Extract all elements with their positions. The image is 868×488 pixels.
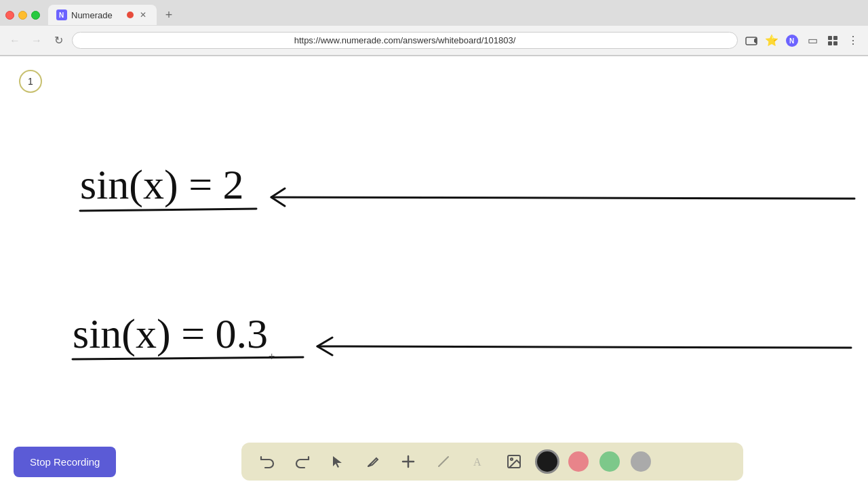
svg-line-12	[271, 197, 854, 199]
camera-icon[interactable]	[743, 33, 760, 49]
back-button[interactable]: ←	[7, 33, 23, 49]
browser-actions: ⭐ N ▭ ⋮	[743, 33, 861, 49]
reload-button[interactable]: ↻	[50, 33, 66, 49]
text-tool-button[interactable]: A	[467, 449, 491, 474]
svg-point-23	[511, 458, 513, 460]
recording-indicator	[127, 12, 134, 18]
svg-text:N: N	[59, 12, 64, 19]
bookmark-icon[interactable]: ⭐	[764, 33, 780, 49]
address-bar: ← → ↻ https://www.numerade.com/answers/w…	[0, 26, 868, 56]
color-gray[interactable]	[631, 451, 651, 472]
color-green[interactable]	[599, 451, 620, 472]
svg-text:A: A	[473, 456, 481, 468]
numerade-extension-icon[interactable]: N	[784, 33, 800, 49]
eraser-button[interactable]	[431, 449, 456, 474]
undo-button[interactable]	[255, 449, 279, 474]
menu-icon[interactable]: ⋮	[845, 33, 861, 49]
tab-title: Numerade	[71, 10, 113, 20]
stop-recording-button[interactable]: Stop Recording	[14, 447, 116, 477]
tab-bar: N Numerade ✕ +	[0, 0, 868, 26]
traffic-lights	[5, 11, 40, 20]
svg-text:+: +	[269, 350, 275, 362]
browser-chrome: N Numerade ✕ + ← → ↻ https://www.numerad…	[0, 0, 868, 56]
svg-text:N: N	[789, 37, 794, 45]
color-pink[interactable]	[568, 451, 589, 472]
pen-tool-button[interactable]	[361, 449, 385, 474]
svg-line-20	[439, 457, 448, 466]
color-black[interactable]	[537, 451, 557, 472]
tab-close-button[interactable]: ✕	[138, 9, 149, 20]
extensions-icon[interactable]	[825, 33, 841, 49]
image-tool-button[interactable]	[502, 449, 526, 474]
svg-marker-3	[754, 37, 757, 44]
active-tab[interactable]: N Numerade ✕	[48, 5, 157, 25]
svg-text:sin(x) = 0.3: sin(x) = 0.3	[73, 310, 268, 357]
url-field[interactable]: https://www.numerade.com/answers/whitebo…	[72, 32, 738, 49]
select-tool-button[interactable]	[326, 449, 350, 474]
bottom-bar: Stop Recording	[0, 434, 868, 488]
svg-rect-9	[833, 41, 837, 45]
add-button[interactable]	[396, 449, 420, 474]
minimize-window-button[interactable]	[18, 11, 27, 20]
svg-text:sin(x) = 2: sin(x) = 2	[80, 161, 244, 208]
whiteboard-svg: sin(x) = 2 sin(x) = 0.3 +	[0, 56, 868, 488]
new-tab-button[interactable]: +	[159, 5, 178, 24]
whiteboard-area: 1 sin(x) = 2 sin(x) = 0.3 + Stop Recordi…	[0, 56, 868, 488]
redo-button[interactable]	[290, 449, 315, 474]
maximize-window-button[interactable]	[31, 11, 40, 20]
svg-rect-6	[828, 36, 832, 40]
close-window-button[interactable]	[5, 11, 14, 20]
tab-favicon: N	[56, 9, 67, 20]
svg-line-11	[80, 209, 256, 211]
svg-line-15	[317, 346, 851, 348]
forward-button[interactable]: →	[28, 33, 45, 49]
svg-rect-8	[828, 41, 832, 45]
window-icon[interactable]: ▭	[804, 33, 821, 49]
svg-rect-7	[833, 36, 837, 40]
drawing-toolbar: A	[241, 443, 743, 481]
